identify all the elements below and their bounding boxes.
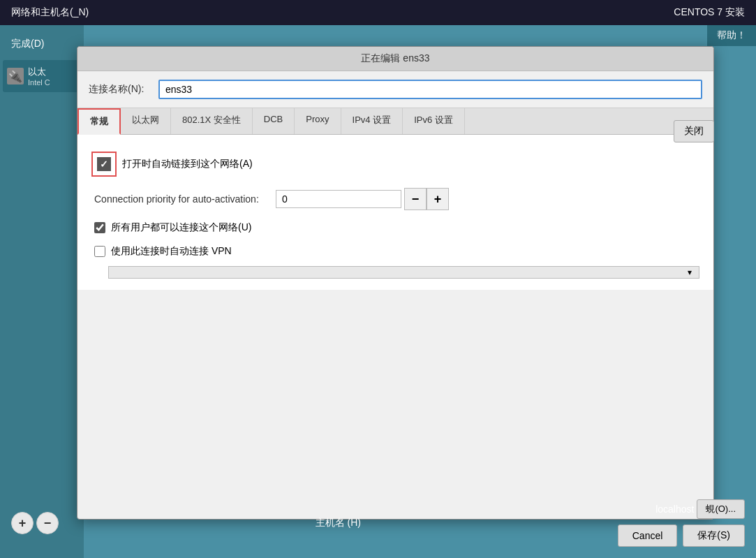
bottom-panel: + − 主机名 (H) localhost 蜆(O)... Cancel 保存(… [0,488,756,558]
tab-ipv6[interactable]: IPv6 设置 [403,108,465,134]
tab-dcb[interactable]: DCB [253,108,295,134]
bottom-left: + − [11,512,59,534]
modal-dialog: 正在编辑 ens33 连接名称(N): 常规 以太网 802.1X 安全性 DC… [77,46,714,520]
checkmark-icon: ✓ [100,159,108,170]
priority-plus-button[interactable]: + [427,188,449,210]
config-button[interactable]: 蜆(O)... [697,499,745,519]
conn-name-label: 连接名称(N): [89,83,158,96]
modal-title: 正在编辑 ens33 [77,47,713,71]
vpn-checkbox[interactable] [94,246,105,257]
add-network-button[interactable]: + [11,512,34,534]
bg-page: 完成(D) 🔌 以太 Intel C 帮助！ 关闭 正在编辑 ens33 连接名… [0,25,756,558]
auto-connect-checkbox-inner: ✓ [97,157,111,171]
tab-ipv4[interactable]: IPv4 设置 [341,108,403,134]
tab-general[interactable]: 常规 [77,108,121,135]
priority-input[interactable] [276,190,401,208]
hostname-value: localhost [655,504,694,515]
chevron-down-icon: ▾ [688,267,692,277]
cancel-button[interactable]: Cancel [618,524,678,547]
connection-name-row: 连接名称(N): [77,71,713,108]
network-icon: 🔌 [7,68,24,85]
priority-label: Connection priority for auto-activation: [94,193,276,205]
network-item[interactable]: 🔌 以太 Intel C [3,60,81,92]
done-button[interactable]: 完成(D) [3,34,81,54]
all-users-checkbox[interactable] [94,222,105,233]
hostname-label: 主机名 (H) [316,517,361,529]
save-button[interactable]: 保存(S) [683,524,745,547]
tab-content-general: ✓ 打开时自动链接到这个网络(A) Connection priority fo… [77,135,713,290]
tabs-bar: 常规 以太网 802.1X 安全性 DCB Proxy IPv4 设置 IPv6… [77,108,713,135]
auto-connect-row: ✓ 打开时自动链接到这个网络(A) [91,152,699,177]
conn-name-input[interactable] [158,80,702,99]
network-item-sub: Intel C [28,78,50,87]
top-bar-left: 网络和主机名(_N) [11,6,89,19]
help-button[interactable]: 帮助！ [707,25,756,46]
tab-proxy[interactable]: Proxy [295,108,341,134]
auto-connect-checkbox-wrapper[interactable]: ✓ [91,152,117,177]
left-panel: 完成(D) 🔌 以太 Intel C [0,25,84,558]
vpn-row: 使用此连接时自动连接 VPN [91,245,699,258]
tab-ethernet[interactable]: 以太网 [121,108,171,134]
remove-network-button[interactable]: − [36,512,59,534]
vpn-dropdown[interactable]: ▾ [108,266,699,279]
auto-connect-label: 打开时自动链接到这个网络(A) [122,158,253,170]
all-users-row: 所有用户都可以连接这个网络(U) [91,221,699,234]
top-bar: 网络和主机名(_N) CENTOS 7 安装 [0,0,756,25]
add-remove-buttons: + − [11,512,59,534]
priority-minus-button[interactable]: − [404,188,427,210]
network-item-label: 以太 [28,66,50,78]
priority-row: Connection priority for auto-activation:… [91,188,699,210]
bottom-right: localhost 蜆(O)... Cancel 保存(S) [618,499,745,547]
top-bar-right: CENTOS 7 安装 [674,6,745,19]
vpn-dropdown-wrapper: ▾ [108,266,699,279]
close-button[interactable]: 关闭 [674,120,714,142]
dialog-buttons: Cancel 保存(S) [618,524,745,547]
vpn-label: 使用此连接时自动连接 VPN [111,245,232,258]
all-users-label: 所有用户都可以连接这个网络(U) [111,221,251,234]
hostname-input-row: localhost 蜆(O)... [655,499,745,519]
tab-8021x[interactable]: 802.1X 安全性 [171,108,253,134]
hostname-area: 主机名 (H) [316,517,361,529]
